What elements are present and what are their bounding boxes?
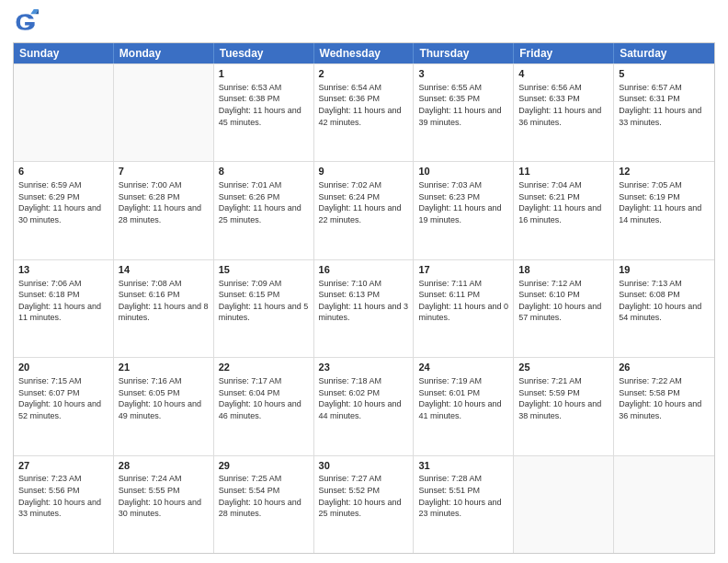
- cell-info: Sunrise: 7:11 AM Sunset: 6:11 PM Dayligh…: [418, 278, 508, 324]
- cell-info: Sunrise: 6:59 AM Sunset: 6:29 PM Dayligh…: [18, 179, 108, 225]
- day-number: 18: [518, 263, 609, 277]
- header-day-thursday: Thursday: [414, 43, 514, 63]
- day-number: 7: [119, 165, 209, 178]
- calendar-cell: 25Sunrise: 7:21 AM Sunset: 5:59 PM Dayli…: [514, 358, 614, 454]
- calendar-cell: 1Sunrise: 6:53 AM Sunset: 6:38 PM Daylig…: [214, 64, 314, 161]
- calendar-cell: 23Sunrise: 7:18 AM Sunset: 6:02 PM Dayli…: [314, 358, 415, 454]
- day-number: 28: [119, 459, 209, 473]
- calendar-cell: [514, 456, 614, 553]
- cell-info: Sunrise: 6:54 AM Sunset: 6:36 PM Dayligh…: [319, 82, 409, 128]
- day-number: 17: [418, 263, 508, 277]
- day-number: 27: [18, 459, 108, 473]
- calendar-cell: 4Sunrise: 6:56 AM Sunset: 6:33 PM Daylig…: [514, 64, 614, 161]
- cell-info: Sunrise: 7:01 AM Sunset: 6:26 PM Dayligh…: [219, 179, 309, 225]
- calendar-header: SundayMondayTuesdayWednesdayThursdayFrid…: [14, 43, 714, 63]
- day-number: 12: [619, 165, 710, 178]
- cell-info: Sunrise: 7:05 AM Sunset: 6:19 PM Dayligh…: [619, 179, 710, 225]
- header-day-friday: Friday: [514, 43, 614, 63]
- day-number: 20: [18, 361, 108, 374]
- calendar-cell: 30Sunrise: 7:27 AM Sunset: 5:52 PM Dayli…: [314, 456, 415, 553]
- cell-info: Sunrise: 7:27 AM Sunset: 5:52 PM Dayligh…: [319, 473, 409, 519]
- cell-info: Sunrise: 7:18 AM Sunset: 6:02 PM Dayligh…: [319, 375, 409, 421]
- calendar-cell: 7Sunrise: 7:00 AM Sunset: 6:28 PM Daylig…: [114, 162, 214, 259]
- day-number: 29: [219, 459, 309, 473]
- cell-info: Sunrise: 7:23 AM Sunset: 5:56 PM Dayligh…: [18, 473, 108, 519]
- day-number: 9: [319, 165, 409, 178]
- cell-info: Sunrise: 7:02 AM Sunset: 6:24 PM Dayligh…: [319, 179, 409, 225]
- day-number: 26: [619, 361, 710, 374]
- calendar-row-4: 27Sunrise: 7:23 AM Sunset: 5:56 PM Dayli…: [14, 455, 714, 553]
- calendar-row-0: 1Sunrise: 6:53 AM Sunset: 6:38 PM Daylig…: [14, 63, 714, 161]
- calendar-body: 1Sunrise: 6:53 AM Sunset: 6:38 PM Daylig…: [14, 63, 714, 553]
- day-number: 25: [518, 361, 609, 374]
- calendar-cell: [14, 64, 114, 161]
- calendar-cell: 14Sunrise: 7:08 AM Sunset: 6:16 PM Dayli…: [114, 260, 214, 357]
- header-day-wednesday: Wednesday: [314, 43, 415, 63]
- calendar-cell: 21Sunrise: 7:16 AM Sunset: 6:05 PM Dayli…: [114, 358, 214, 454]
- calendar-cell: 3Sunrise: 6:55 AM Sunset: 6:35 PM Daylig…: [414, 64, 514, 161]
- day-number: 4: [518, 67, 609, 81]
- cell-info: Sunrise: 7:15 AM Sunset: 6:07 PM Dayligh…: [18, 375, 108, 421]
- calendar-cell: 17Sunrise: 7:11 AM Sunset: 6:11 PM Dayli…: [414, 260, 514, 357]
- calendar-cell: 19Sunrise: 7:13 AM Sunset: 6:08 PM Dayli…: [614, 260, 714, 357]
- calendar-cell: 10Sunrise: 7:03 AM Sunset: 6:23 PM Dayli…: [414, 162, 514, 259]
- calendar-cell: 22Sunrise: 7:17 AM Sunset: 6:04 PM Dayli…: [214, 358, 314, 454]
- day-number: 8: [219, 165, 309, 178]
- header-day-tuesday: Tuesday: [214, 43, 314, 63]
- day-number: 3: [418, 67, 508, 81]
- calendar-cell: [114, 64, 214, 161]
- cell-info: Sunrise: 7:13 AM Sunset: 6:08 PM Dayligh…: [619, 278, 710, 324]
- page-header: [13, 9, 715, 35]
- cell-info: Sunrise: 7:10 AM Sunset: 6:13 PM Dayligh…: [319, 278, 409, 324]
- cell-info: Sunrise: 7:09 AM Sunset: 6:15 PM Dayligh…: [219, 278, 309, 324]
- cell-info: Sunrise: 7:22 AM Sunset: 5:58 PM Dayligh…: [619, 375, 710, 421]
- cell-info: Sunrise: 6:57 AM Sunset: 6:31 PM Dayligh…: [619, 82, 710, 128]
- calendar-row-2: 13Sunrise: 7:06 AM Sunset: 6:18 PM Dayli…: [14, 259, 714, 357]
- cell-info: Sunrise: 7:25 AM Sunset: 5:54 PM Dayligh…: [219, 473, 309, 519]
- cell-info: Sunrise: 7:28 AM Sunset: 5:51 PM Dayligh…: [418, 473, 508, 519]
- day-number: 1: [219, 67, 309, 81]
- calendar-row-1: 6Sunrise: 6:59 AM Sunset: 6:29 PM Daylig…: [14, 161, 714, 259]
- cell-info: Sunrise: 6:55 AM Sunset: 6:35 PM Dayligh…: [418, 82, 508, 128]
- cell-info: Sunrise: 7:19 AM Sunset: 6:01 PM Dayligh…: [418, 375, 508, 421]
- calendar-cell: 8Sunrise: 7:01 AM Sunset: 6:26 PM Daylig…: [214, 162, 314, 259]
- calendar-cell: 27Sunrise: 7:23 AM Sunset: 5:56 PM Dayli…: [14, 456, 114, 553]
- cell-info: Sunrise: 7:04 AM Sunset: 6:21 PM Dayligh…: [518, 179, 609, 225]
- day-number: 15: [219, 263, 309, 277]
- cell-info: Sunrise: 7:17 AM Sunset: 6:04 PM Dayligh…: [219, 375, 309, 421]
- cell-info: Sunrise: 7:12 AM Sunset: 6:10 PM Dayligh…: [518, 278, 609, 324]
- calendar-cell: [614, 456, 714, 553]
- cell-info: Sunrise: 7:06 AM Sunset: 6:18 PM Dayligh…: [18, 278, 108, 324]
- calendar-cell: 28Sunrise: 7:24 AM Sunset: 5:55 PM Dayli…: [114, 456, 214, 553]
- day-number: 6: [18, 165, 108, 178]
- day-number: 16: [319, 263, 409, 277]
- day-number: 21: [119, 361, 209, 374]
- calendar-cell: 2Sunrise: 6:54 AM Sunset: 6:36 PM Daylig…: [314, 64, 415, 161]
- day-number: 2: [319, 67, 409, 81]
- day-number: 19: [619, 263, 710, 277]
- cell-info: Sunrise: 6:56 AM Sunset: 6:33 PM Dayligh…: [518, 82, 609, 128]
- day-number: 30: [319, 459, 409, 473]
- calendar-cell: 12Sunrise: 7:05 AM Sunset: 6:19 PM Dayli…: [614, 162, 714, 259]
- day-number: 31: [418, 459, 508, 473]
- day-number: 22: [219, 361, 309, 374]
- header-day-sunday: Sunday: [14, 43, 114, 63]
- cell-info: Sunrise: 7:21 AM Sunset: 5:59 PM Dayligh…: [518, 375, 609, 421]
- day-number: 11: [518, 165, 609, 178]
- day-number: 10: [418, 165, 508, 178]
- calendar-cell: 20Sunrise: 7:15 AM Sunset: 6:07 PM Dayli…: [14, 358, 114, 454]
- calendar-cell: 6Sunrise: 6:59 AM Sunset: 6:29 PM Daylig…: [14, 162, 114, 259]
- calendar-cell: 29Sunrise: 7:25 AM Sunset: 5:54 PM Dayli…: [214, 456, 314, 553]
- calendar-cell: 26Sunrise: 7:22 AM Sunset: 5:58 PM Dayli…: [614, 358, 714, 454]
- calendar: SundayMondayTuesdayWednesdayThursdayFrid…: [13, 42, 715, 554]
- day-number: 23: [319, 361, 409, 374]
- header-day-saturday: Saturday: [614, 43, 714, 63]
- calendar-cell: 15Sunrise: 7:09 AM Sunset: 6:15 PM Dayli…: [214, 260, 314, 357]
- header-day-monday: Monday: [114, 43, 214, 63]
- cell-info: Sunrise: 6:53 AM Sunset: 6:38 PM Dayligh…: [219, 82, 309, 128]
- calendar-cell: 9Sunrise: 7:02 AM Sunset: 6:24 PM Daylig…: [314, 162, 415, 259]
- cell-info: Sunrise: 7:08 AM Sunset: 6:16 PM Dayligh…: [119, 278, 209, 324]
- calendar-cell: 24Sunrise: 7:19 AM Sunset: 6:01 PM Dayli…: [414, 358, 514, 454]
- logo: [13, 9, 42, 35]
- day-number: 13: [18, 263, 108, 277]
